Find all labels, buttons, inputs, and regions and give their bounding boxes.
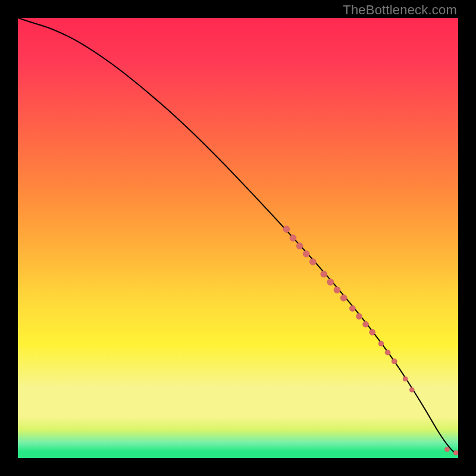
chart-svg [18,18,458,458]
data-marker [321,271,327,277]
data-marker [392,359,397,364]
gradient-background [18,18,458,458]
data-marker [403,377,408,381]
data-marker [378,341,384,346]
data-marker [290,235,296,242]
chart-stage: TheBottleneck.com [0,0,476,476]
data-marker [340,295,347,301]
data-marker [303,250,309,257]
data-marker [283,226,290,233]
data-marker [369,329,375,335]
data-marker [385,350,390,355]
data-marker [309,258,316,265]
data-marker [327,279,334,286]
data-marker [296,243,303,249]
data-marker [445,447,450,452]
data-marker [334,287,340,293]
data-marker [409,387,414,392]
data-marker [363,321,369,327]
data-marker [356,314,362,320]
data-marker [349,305,355,311]
watermark-text: TheBottleneck.com [343,2,457,18]
plot-area [18,18,458,458]
